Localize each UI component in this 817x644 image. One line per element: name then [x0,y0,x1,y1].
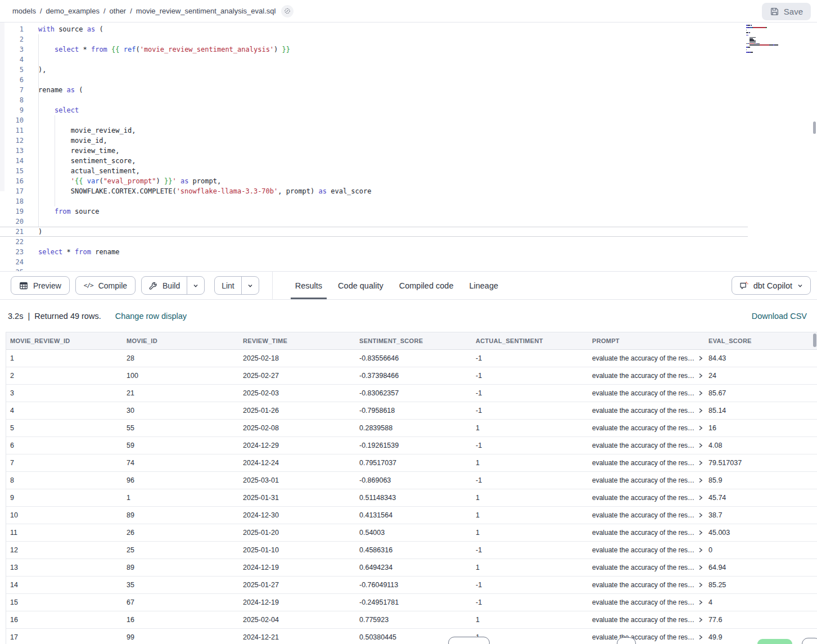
expand-prompt-icon[interactable] [698,634,703,641]
change-row-display-link[interactable]: Change row display [115,312,187,321]
code-text: review_time, [38,146,120,156]
table-cell: -1 [472,402,588,419]
cutoff-button[interactable] [802,638,817,644]
breadcrumb-separator: / [130,7,132,15]
expand-prompt-icon[interactable] [698,512,703,519]
expand-prompt-icon[interactable] [698,582,703,588]
breadcrumb-item[interactable]: demo_examples [46,7,100,15]
table-cell: 0.51148343 [355,489,472,506]
tab-code-quality[interactable]: Code quality [330,272,391,299]
column-header[interactable]: MOVIE_ID [123,332,239,349]
expand-prompt-icon[interactable] [698,442,703,449]
lint-dropdown-button[interactable] [241,277,259,294]
column-header[interactable]: SENTIMENT_SCORE [355,332,472,349]
tab-compiled-code[interactable]: Compiled code [391,272,462,299]
tab-results[interactable]: Results [287,272,330,299]
table-cell: 67 [123,594,239,611]
code-text: actual_sentiment, [38,166,140,176]
breadcrumb-item[interactable]: movie_review_sentiment_analysis_eval.sql [136,7,276,15]
table-cell: 1 [472,611,588,628]
copilot-label: dbt Copilot [753,281,792,290]
code-text: select * from rename [38,247,120,257]
code-text: from source [38,206,99,217]
compile-button[interactable]: </> Compile [75,276,136,295]
cutoff-button[interactable] [448,637,490,644]
code-line: 13 review_time, [0,146,748,156]
column-header[interactable]: EVAL_SCORE [705,332,817,349]
expand-prompt-icon[interactable] [698,616,703,623]
download-csv-link[interactable]: Download CSV [752,312,807,321]
column-header[interactable]: MOVIE_REVIEW_ID [6,332,123,349]
table-cell: evaluate the accuracy of the res… [588,437,705,454]
results-scrollbar-thumb[interactable] [813,334,816,347]
table-cell: 5 [6,420,123,436]
cutoff-button[interactable] [617,637,636,644]
table-cell: 0.2839588 [355,420,472,436]
line-number: 18 [0,196,24,206]
expand-prompt-icon[interactable] [698,390,703,397]
table-cell: 0.775923 [355,611,472,628]
table-cell: 21 [123,385,239,402]
expand-prompt-icon[interactable] [698,355,703,362]
results-tabs: Results Code quality Compiled code Linea… [287,272,506,299]
editor-scrollbar-thumb[interactable] [813,121,816,134]
code-text: ) [38,227,42,237]
chevron-down-icon [192,282,199,289]
sql-editor[interactable]: 1with source as (23 select * from {{ ref… [0,22,817,271]
column-header[interactable]: PROMPT [588,332,705,349]
table-cell: evaluate the accuracy of the res… [588,402,705,419]
code-line: 6 [0,75,748,85]
table-cell: 2025-02-03 [239,385,355,402]
minimap[interactable] [746,25,813,56]
table-cell: -0.83556646 [355,350,472,367]
table-cell: 2025-01-26 [239,402,355,419]
expand-prompt-icon[interactable] [698,460,703,466]
expand-prompt-icon[interactable] [698,372,703,379]
column-header[interactable]: REVIEW_TIME [239,332,355,349]
table-cell: 45.74 [705,489,817,506]
table-cell: 8 [6,472,123,489]
save-button[interactable]: Save [762,3,811,20]
table-cell: -1 [472,472,588,489]
table-cell: 89 [123,507,239,524]
code-line: 4 [0,55,748,65]
expand-prompt-icon[interactable] [698,529,703,536]
table-cell: 9 [6,489,123,506]
line-number: 1 [0,24,24,34]
code-text: ), [38,65,46,75]
line-number: 15 [0,166,24,176]
expand-prompt-icon[interactable] [698,547,703,553]
table-row: 8962025-03-01-0.869063-1evaluate the acc… [6,472,817,489]
line-number: 22 [0,237,24,247]
dbt-cloud-ide: models/demo_examples/other/movie_review_… [0,0,817,644]
expand-prompt-icon[interactable] [698,599,703,606]
build-button[interactable]: Build [142,277,187,294]
expand-prompt-icon[interactable] [698,407,703,414]
table-cell: -1 [472,437,588,454]
table-cell: 4 [6,402,123,419]
table-cell: evaluate the accuracy of the res… [588,507,705,524]
build-split-button: Build [141,276,205,295]
expand-prompt-icon[interactable] [698,564,703,571]
expand-prompt-icon[interactable] [698,425,703,431]
lint-button[interactable]: Lint [215,277,241,294]
dbt-copilot-button[interactable]: dbt Copilot [732,276,811,295]
line-number: 19 [0,206,24,217]
table-cell: 26 [123,524,239,541]
table-cell: -1 [472,594,588,611]
copy-path-icon[interactable] [281,5,294,17]
code-line: 1with source as ( [0,24,748,34]
preview-button[interactable]: Preview [11,276,70,295]
table-cell: evaluate the accuracy of the res… [588,542,705,559]
cutoff-green-button[interactable] [757,639,792,644]
table-cell: 96 [123,472,239,489]
breadcrumb-item[interactable]: models [12,7,36,15]
column-header[interactable]: ACTUAL_SENTIMENT [472,332,588,349]
breadcrumb-item[interactable]: other [110,7,127,15]
expand-prompt-icon[interactable] [698,477,703,484]
prompt-text: evaluate the accuracy of the res… [592,598,694,606]
expand-prompt-icon[interactable] [698,494,703,501]
table-row: 17992024-12-210.503804451evaluate the ac… [6,629,817,644]
build-dropdown-button[interactable] [187,277,204,294]
tab-lineage[interactable]: Lineage [461,272,506,299]
